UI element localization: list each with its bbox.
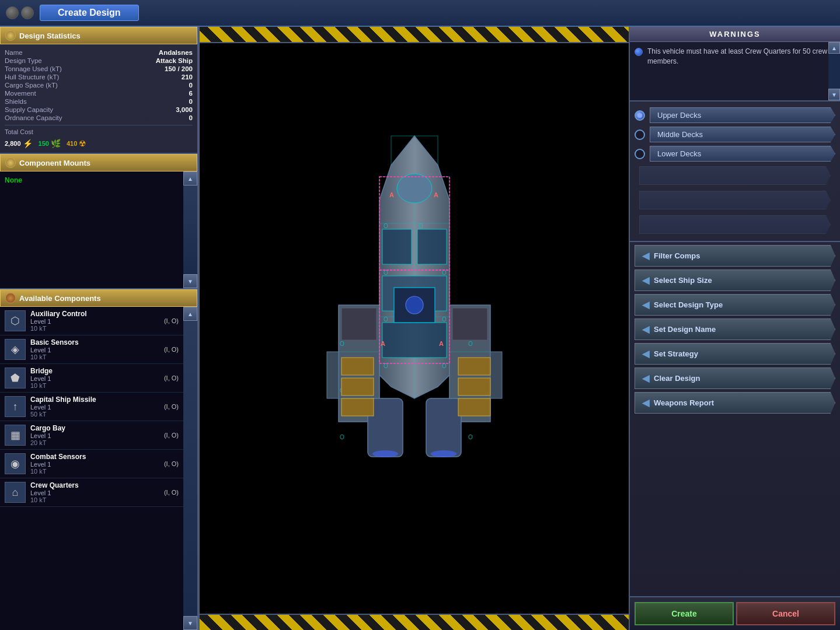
stat-name-label: Name (5, 49, 23, 56)
svg-text:A: A (381, 340, 385, 347)
deck-label-upper[interactable]: Upper Decks (650, 107, 835, 123)
stat-tonnage: Tonnage Used (kT) 150 / 200 (5, 65, 193, 72)
stat-supply-label: Supply Capacity (5, 106, 53, 113)
component-info: Auxiliary Control Level 1 10 kT (30, 310, 159, 332)
component-icon: ◈ (5, 339, 26, 360)
clear-design-arrow: ◀ (642, 373, 649, 384)
list-item[interactable]: ▦ Cargo Bay Level 1 20 kT (I, O) (0, 421, 183, 450)
deck-middle-decks[interactable]: Middle Decks (635, 127, 835, 142)
svg-text:O: O (340, 434, 344, 440)
mounts-scroll-track (183, 186, 197, 274)
component-level: Level 1 (30, 432, 159, 439)
filter-comps-label: Filter Comps (654, 251, 700, 260)
component-mount: (I, O) (164, 460, 179, 467)
component-icon: ⬟ (5, 368, 26, 388)
empty-deck-slot-2 (639, 191, 831, 209)
components-scrollbar[interactable]: ▲ ▼ (183, 307, 197, 630)
list-item[interactable]: ◉ Combat Sensors Level 1 10 kT (I, O) (0, 450, 183, 478)
component-size: 10 kT (30, 468, 159, 475)
filter-comps-button[interactable]: ◀ Filter Comps (635, 245, 835, 267)
component-info: Combat Sensors Level 1 10 kT (30, 453, 159, 475)
mounts-scrollbar[interactable]: ▲ ▼ (183, 172, 197, 288)
deck-label-lower[interactable]: Lower Decks (650, 146, 835, 162)
list-item[interactable]: ⬟ Bridge Level 1 10 kT (I, O) (0, 364, 183, 393)
stat-design-type-label: Design Type (5, 57, 42, 64)
maximize-button[interactable] (21, 6, 34, 19)
credits-value: 2,800 (5, 140, 21, 147)
svg-text:A: A (439, 340, 444, 347)
warnings-scroll-down[interactable]: ▼ (828, 89, 840, 100)
svg-rect-46 (341, 398, 374, 416)
component-mount: (I, O) (164, 346, 179, 353)
list-item[interactable]: ⌂ Crew Quarters Level 1 10 kT (I, O) (0, 478, 183, 507)
stat-name: Name Andalsnes (5, 49, 193, 56)
component-size: 20 kT (30, 439, 159, 446)
cancel-button[interactable]: Cancel (736, 602, 835, 625)
clear-design-button[interactable]: ◀ Clear Design (635, 368, 835, 389)
component-icon: ⬡ (5, 310, 26, 331)
component-level: Level 1 (30, 461, 159, 468)
deck-lower-decks[interactable]: Lower Decks (635, 146, 835, 162)
ship-display-area[interactable]: O O O O O O O O A A A A O O O O O O (200, 44, 629, 612)
deck-upper-decks[interactable]: Upper Decks (635, 107, 835, 123)
select-ship-size-button[interactable]: ◀ Select Ship Size (635, 270, 835, 291)
stat-hull-value: 210 (182, 74, 193, 80)
list-item[interactable]: ⬡ Auxiliary Control Level 1 10 kT (I, O) (0, 307, 183, 335)
create-button[interactable]: Create (635, 602, 734, 625)
component-size: 10 kT (30, 382, 159, 389)
hazard-stripe-bottom (200, 614, 629, 630)
available-components-list-wrap: ⬡ Auxiliary Control Level 1 10 kT (I, O)… (0, 307, 197, 630)
components-scroll-down[interactable]: ▼ (183, 616, 197, 630)
components-scroll-up[interactable]: ▲ (183, 307, 197, 321)
warnings-list: This vehicle must have at least Crew Qua… (635, 47, 835, 96)
mounts-scroll-up[interactable]: ▲ (183, 172, 197, 186)
svg-rect-45 (458, 378, 490, 396)
deck-label-middle[interactable]: Middle Decks (650, 127, 835, 142)
list-item[interactable]: ◈ Basic Sensors Level 1 10 kT (I, O) (0, 335, 183, 364)
stat-name-value: Andalsnes (159, 49, 193, 56)
stat-ordnance-label: Ordnance Capacity (5, 114, 62, 121)
ship-svg: O O O O O O O O A A A A O O O O O O (321, 130, 508, 527)
deck-radio-upper[interactable] (635, 110, 645, 121)
svg-text:A: A (434, 191, 438, 198)
set-design-name-label: Set Design Name (654, 325, 716, 334)
deck-radio-middle[interactable] (635, 130, 645, 140)
component-size: 10 kT (30, 496, 159, 503)
empty-deck-slot-3 (639, 215, 831, 234)
minimize-button[interactable] (6, 6, 19, 19)
svg-rect-13 (327, 352, 339, 398)
warnings-content: This vehicle must have at least Crew Qua… (630, 42, 840, 100)
set-design-name-button[interactable]: ◀ Set Design Name (635, 318, 835, 340)
component-size: 10 kT (30, 354, 159, 360)
select-design-type-button[interactable]: ◀ Select Design Type (635, 294, 835, 316)
warnings-scrollbar[interactable]: ▲ ▼ (828, 42, 840, 100)
mounts-scroll-down[interactable]: ▼ (183, 274, 197, 288)
action-buttons-section: ◀ Filter Comps ◀ Select Ship Size ◀ Sele… (630, 242, 840, 596)
stat-movement: Movement 6 (5, 90, 193, 97)
select-design-type-arrow: ◀ (642, 299, 649, 310)
deck-radio-lower[interactable] (635, 149, 645, 159)
stat-cargo-label: Cargo Space (kT) (5, 82, 58, 89)
svg-point-51 (406, 296, 423, 314)
set-strategy-label: Set Strategy (654, 349, 698, 358)
weapons-report-button[interactable]: ◀ Weapons Report (635, 392, 835, 414)
component-level: Level 1 (30, 375, 159, 382)
list-item[interactable]: ↑ Capital Ship Missile Level 1 50 kT (I,… (0, 393, 183, 421)
warnings-area: WARNINGS This vehicle must have at least… (630, 27, 840, 102)
stat-shields-label: Shields (5, 98, 27, 105)
available-components-header: Available Components (0, 289, 197, 307)
window-controls[interactable] (6, 6, 34, 19)
stat-hull-label: Hull Structure (kT) (5, 74, 59, 80)
set-strategy-button[interactable]: ◀ Set Strategy (635, 343, 835, 365)
svg-point-19 (397, 174, 432, 203)
radioactives-value: 410 (67, 140, 77, 147)
component-info: Crew Quarters Level 1 10 kT (30, 481, 159, 503)
warnings-scroll-up[interactable]: ▲ (828, 42, 840, 54)
select-ship-size-label: Select Ship Size (654, 276, 712, 285)
component-mount: (I, O) (164, 403, 179, 410)
component-level: Level 1 (30, 318, 159, 325)
radioactives-icon: ☢ (79, 139, 86, 148)
component-name: Auxiliary Control (30, 310, 159, 318)
component-mounts-section: None ▲ ▼ (0, 172, 197, 289)
design-stats-title: Design Statistics (19, 32, 81, 40)
